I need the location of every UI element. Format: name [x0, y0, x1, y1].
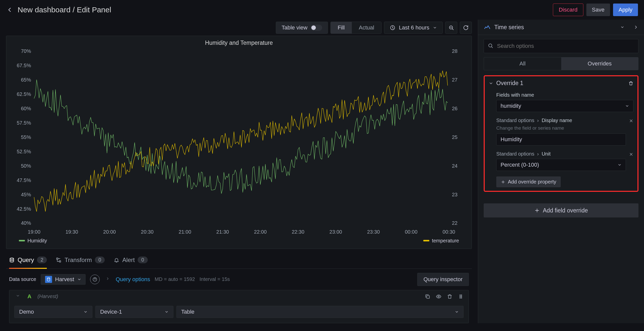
table-view-toggle[interactable]: Table view — [276, 22, 328, 34]
svg-text:47.5%: 47.5% — [17, 177, 31, 183]
data-source-help-button[interactable] — [90, 275, 100, 284]
svg-text:40%: 40% — [21, 220, 31, 226]
chevron-down-icon — [77, 277, 81, 281]
display-name-input[interactable] — [496, 133, 626, 145]
lower-tabs: Query 2 Transform 0 Alert 0 — [6, 249, 472, 269]
fill-option[interactable]: Fill — [331, 22, 352, 33]
add-field-override-button[interactable]: Add field override — [484, 203, 638, 217]
remove-unit-prop[interactable] — [629, 151, 633, 157]
search-options-input[interactable] — [484, 39, 638, 53]
save-button[interactable]: Save — [586, 4, 610, 16]
svg-text:28: 28 — [452, 49, 458, 54]
visualization-picker-toggle[interactable] — [620, 25, 624, 29]
svg-point-41 — [461, 295, 462, 296]
tab-query-label: Query — [18, 256, 34, 264]
svg-text:70%: 70% — [21, 49, 31, 54]
query-dd-table[interactable]: Table — [176, 306, 464, 318]
tab-transform-count: 0 — [95, 256, 105, 263]
svg-text:55%: 55% — [21, 134, 31, 140]
time-range-picker[interactable]: Last 6 hours — [384, 22, 443, 34]
legend-label-humidity: Humidity — [27, 238, 47, 244]
add-override-property-button[interactable]: Add override property — [496, 176, 561, 187]
tab-alert[interactable]: Alert 0 — [114, 256, 147, 269]
svg-point-34 — [10, 258, 14, 259]
svg-text:27: 27 — [452, 77, 458, 83]
svg-text:67.5%: 67.5% — [17, 63, 31, 68]
query-options-link[interactable]: Query options — [116, 276, 150, 283]
svg-text:45%: 45% — [21, 192, 31, 197]
unit-crumb1: Standard options — [496, 151, 534, 157]
svg-text:26: 26 — [452, 106, 458, 111]
search-icon — [488, 43, 493, 49]
toggle-visibility-icon[interactable] — [436, 294, 441, 299]
visualization-icon — [484, 24, 491, 31]
legend-temperature[interactable]: temperature — [423, 238, 459, 244]
svg-rect-38 — [427, 296, 429, 298]
breadcrumb: New dashboard / Edit Panel — [18, 6, 548, 14]
tab-query-count: 2 — [37, 256, 47, 263]
query-inspector-button[interactable]: Query inspector — [417, 273, 469, 286]
drag-handle-icon[interactable] — [458, 294, 464, 299]
back-button[interactable] — [6, 6, 13, 13]
svg-text:42.5%: 42.5% — [17, 206, 31, 212]
refresh-button[interactable] — [460, 22, 472, 34]
query-row-toggle[interactable] — [14, 294, 21, 299]
query-dd-demo[interactable]: Demo — [14, 306, 92, 318]
zoom-out-button[interactable] — [445, 22, 457, 34]
svg-text:57.5%: 57.5% — [17, 120, 31, 126]
collapse-panel-icon[interactable] — [633, 25, 638, 30]
options-mode-all[interactable]: All — [484, 57, 561, 70]
unit-select[interactable]: Percent (0-100) — [496, 159, 626, 171]
query-options-expand[interactable] — [104, 277, 111, 282]
svg-text:22:00: 22:00 — [254, 229, 267, 235]
svg-text:22:30: 22:30 — [292, 229, 304, 235]
options-mode-overrides[interactable]: Overrides — [561, 57, 638, 70]
override-collapse-icon[interactable] — [489, 81, 493, 86]
table-view-label: Table view — [282, 24, 308, 31]
tab-transform[interactable]: Transform 0 — [56, 256, 105, 269]
data-source-picker[interactable]: Harvest — [41, 274, 86, 285]
query-dd-device[interactable]: Device-1 — [95, 306, 173, 318]
tab-query[interactable]: Query 2 — [9, 256, 47, 269]
svg-text:50%: 50% — [21, 163, 31, 169]
tab-alert-label: Alert — [122, 256, 135, 264]
svg-text:21:00: 21:00 — [179, 229, 191, 235]
actual-option[interactable]: Actual — [352, 22, 381, 33]
data-source-label: Data source — [9, 276, 36, 282]
legend-humidity[interactable]: Humidity — [19, 238, 47, 244]
discard-button[interactable]: Discard — [553, 4, 583, 16]
apply-button[interactable]: Apply — [613, 4, 638, 16]
duplicate-query-icon[interactable] — [425, 294, 430, 299]
unit-crumb2: Unit — [542, 151, 551, 157]
legend-label-temperature: temperature — [432, 238, 459, 244]
chevron-down-icon — [455, 310, 459, 314]
query-row-source: (Harvest) — [37, 293, 58, 299]
query-md-text: MD = auto = 1592 — [155, 276, 195, 282]
svg-text:00:30: 00:30 — [443, 229, 455, 235]
svg-text:23:00: 23:00 — [329, 229, 342, 235]
unit-value: Percent (0-100) — [501, 162, 539, 168]
svg-text:21:30: 21:30 — [216, 229, 229, 235]
chart-plot[interactable]: 40%42.5%45%47.5%50%52.5%55%57.5%60%62.5%… — [11, 49, 467, 236]
svg-point-46 — [489, 44, 492, 47]
tab-transform-label: Transform — [64, 256, 92, 264]
tab-alert-count: 0 — [138, 256, 147, 263]
svg-text:24: 24 — [452, 163, 458, 169]
remove-display-name-prop[interactable] — [629, 118, 633, 124]
delete-override-icon[interactable] — [628, 81, 633, 86]
display-name-help: Change the field or series name — [496, 125, 626, 131]
svg-point-39 — [438, 296, 439, 297]
svg-point-37 — [95, 280, 95, 280]
options-mode-segment[interactable]: All Overrides — [484, 57, 638, 70]
query-dd-device-label: Device-1 — [100, 309, 122, 315]
visualization-name: Time series — [494, 24, 617, 31]
fields-with-name-select[interactable]: humidity — [496, 100, 633, 112]
svg-point-42 — [460, 296, 461, 297]
delete-query-icon[interactable] — [447, 294, 452, 299]
query-row: A (Harvest) Demo Device-1 — [9, 290, 469, 323]
chevron-down-icon — [625, 104, 629, 108]
fill-actual-segment[interactable]: Fill Actual — [330, 22, 382, 34]
chart-title: Humidity and Temperature — [11, 40, 467, 46]
chevron-down-icon — [165, 310, 169, 314]
svg-text:20:00: 20:00 — [103, 229, 116, 235]
